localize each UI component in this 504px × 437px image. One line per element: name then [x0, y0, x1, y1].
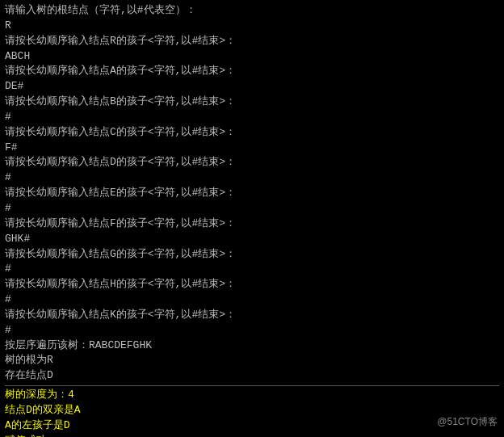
terminal-line: # [5, 201, 499, 216]
terminal-line: 结点D的双亲是A [5, 403, 499, 418]
terminal-line: 存在结点D [5, 368, 499, 384]
terminal-line: 请按长幼顺序输入结点A的孩子<字符,以#结束>： [5, 64, 499, 79]
terminal-window: 请输入树的根结点（字符,以#代表空）：R请按长幼顺序输入结点R的孩子<字符,以#… [0, 0, 504, 437]
terminal-divider [5, 385, 499, 386]
terminal-line: GHK# [5, 232, 499, 247]
terminal-line: 请按长幼顺序输入结点R的孩子<字符,以#结束>： [5, 34, 499, 49]
terminal-line: 请按长幼顺序输入结点D的孩子<字符,以#结束>： [5, 155, 499, 170]
terminal-line: A的左孩子是D [5, 418, 499, 434]
terminal-line: 请按长幼顺序输入结点F的孩子<字符,以#结束>： [5, 216, 499, 232]
terminal-line: 请按长幼顺序输入结点H的孩子<字符,以#结束>： [5, 277, 499, 292]
terminal-line: 请输入树的根结点（字符,以#代表空）： [5, 3, 499, 19]
watermark: @51CTO博客 [437, 415, 498, 429]
terminal-line: # [5, 292, 499, 308]
terminal-line: 请按长幼顺序输入结点G的孩子<字符,以#结束>： [5, 247, 499, 263]
terminal-line: # [5, 170, 499, 186]
terminal-line: 树的根为R [5, 353, 499, 368]
terminal-line: R [5, 19, 499, 34]
terminal-line: # [5, 262, 499, 277]
terminal-line: # [5, 110, 499, 125]
terminal-line: ABCH [5, 49, 499, 65]
terminal-line: F# [5, 141, 499, 156]
terminal-line: 请按长幼顺序输入结点E的孩子<字符,以#结束>： [5, 186, 499, 201]
terminal-line: DE# [5, 79, 499, 95]
terminal-line: 请按长幼顺序输入结点C的孩子<字符,以#结束>： [5, 125, 499, 141]
terminal-line: 请按长幼顺序输入结点B的孩子<字符,以#结束>： [5, 95, 499, 110]
terminal-line: 按层序遍历该树：RABCDEFGHK [5, 338, 499, 354]
terminal-line: 赋值成功 [5, 434, 499, 437]
terminal-line: 请按长幼顺序输入结点K的孩子<字符,以#结束>： [5, 308, 499, 323]
terminal-line: 树的深度为：4 [5, 388, 499, 403]
terminal-line: # [5, 323, 499, 338]
